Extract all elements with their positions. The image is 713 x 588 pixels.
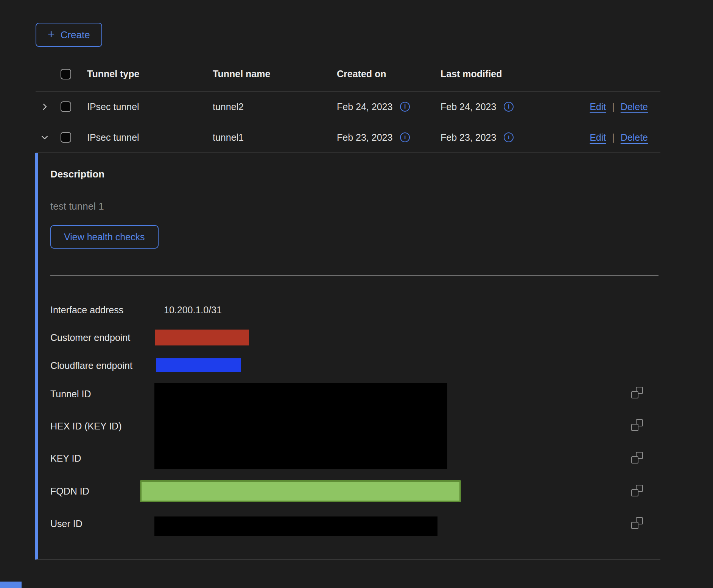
row-actions: Edit | Delete xyxy=(590,101,660,112)
last-modified-cell: Feb 24, 2023 i xyxy=(441,101,554,112)
table-row-tunnel2: IPsec tunnel tunnel2 Feb 24, 2023 i Feb … xyxy=(36,92,660,122)
tunnel-detail-panel: Description test tunnel 1 View health ch… xyxy=(35,153,660,560)
header-last-modified: Last modified xyxy=(441,68,554,79)
edit-link[interactable]: Edit xyxy=(590,101,606,112)
tunnel-type-cell: IPsec tunnel xyxy=(87,132,213,143)
info-icon[interactable]: i xyxy=(504,132,514,142)
cloudflare-endpoint-redaction xyxy=(156,358,241,372)
actions-separator: | xyxy=(612,132,615,143)
copy-icon[interactable] xyxy=(631,387,643,398)
ids-redaction-block xyxy=(154,383,447,469)
section-divider xyxy=(50,275,659,275)
user-id-redaction xyxy=(154,516,437,536)
delete-link[interactable]: Delete xyxy=(621,101,648,112)
created-on-cell: Feb 24, 2023 i xyxy=(337,101,441,112)
delete-link[interactable]: Delete xyxy=(621,132,648,143)
interface-address-value: 10.200.1.0/31 xyxy=(164,305,222,316)
header-tunnel-name: Tunnel name xyxy=(213,68,337,79)
description-label: Description xyxy=(50,168,104,180)
select-all-checkbox[interactable] xyxy=(61,69,71,79)
create-button-label: Create xyxy=(61,29,90,41)
hex-id-label: HEX ID (KEY ID) xyxy=(50,421,121,432)
fqdn-id-label: FQDN ID xyxy=(50,486,89,497)
copy-icon[interactable] xyxy=(631,452,643,464)
row-actions: Edit | Delete xyxy=(590,132,660,143)
table-row-tunnel1: IPsec tunnel tunnel1 Feb 23, 2023 i Feb … xyxy=(36,122,660,153)
copy-icon-front xyxy=(631,456,638,464)
tunnels-page: + Create Tunnel type Tunnel name Created… xyxy=(0,0,713,588)
tunnel-name-cell: tunnel2 xyxy=(213,101,337,112)
fqdn-id-redaction xyxy=(140,480,461,502)
user-id-label: User ID xyxy=(50,518,83,529)
key-id-label: KEY ID xyxy=(50,453,81,464)
view-health-checks-button[interactable]: View health checks xyxy=(50,225,159,249)
last-modified-date: Feb 23, 2023 xyxy=(441,132,496,143)
info-icon[interactable]: i xyxy=(504,102,514,112)
copy-icon[interactable] xyxy=(631,517,643,529)
tunnels-table: Tunnel type Tunnel name Created on Last … xyxy=(36,57,660,153)
created-on-date: Feb 23, 2023 xyxy=(337,132,392,143)
created-on-cell: Feb 23, 2023 i xyxy=(337,132,441,143)
plus-icon: + xyxy=(48,28,55,40)
copy-icon[interactable] xyxy=(631,419,643,431)
header-created-on: Created on xyxy=(337,68,441,79)
copy-icon-front xyxy=(631,489,638,496)
row-checkbox[interactable] xyxy=(61,101,71,112)
edit-link[interactable]: Edit xyxy=(590,132,606,143)
table-header-row: Tunnel type Tunnel name Created on Last … xyxy=(36,57,660,92)
tunnel-type-cell: IPsec tunnel xyxy=(87,101,213,112)
customer-endpoint-redaction xyxy=(155,330,249,345)
interface-address-label: Interface address xyxy=(50,305,123,316)
tunnel-id-label: Tunnel ID xyxy=(50,389,91,400)
last-modified-cell: Feb 23, 2023 i xyxy=(441,132,554,143)
create-button[interactable]: + Create xyxy=(36,23,102,47)
last-modified-date: Feb 24, 2023 xyxy=(441,101,496,112)
chevron-right-icon[interactable] xyxy=(40,102,49,111)
info-icon[interactable]: i xyxy=(400,132,410,142)
copy-icon-front xyxy=(631,391,638,398)
description-value: test tunnel 1 xyxy=(50,201,104,212)
copy-icon-front xyxy=(631,522,638,529)
copy-icon-front xyxy=(631,424,638,431)
actions-separator: | xyxy=(612,101,615,112)
info-icon[interactable]: i xyxy=(400,102,410,112)
cloudflare-endpoint-label: Cloudflare endpoint xyxy=(50,360,132,371)
header-tunnel-type: Tunnel type xyxy=(87,68,213,79)
bottom-partial-element xyxy=(0,582,22,588)
chevron-down-icon[interactable] xyxy=(40,133,49,142)
copy-icon[interactable] xyxy=(631,485,643,496)
customer-endpoint-label: Customer endpoint xyxy=(50,332,130,343)
tunnel-name-cell: tunnel1 xyxy=(213,132,337,143)
created-on-date: Feb 24, 2023 xyxy=(337,101,392,112)
row-checkbox[interactable] xyxy=(61,132,71,143)
